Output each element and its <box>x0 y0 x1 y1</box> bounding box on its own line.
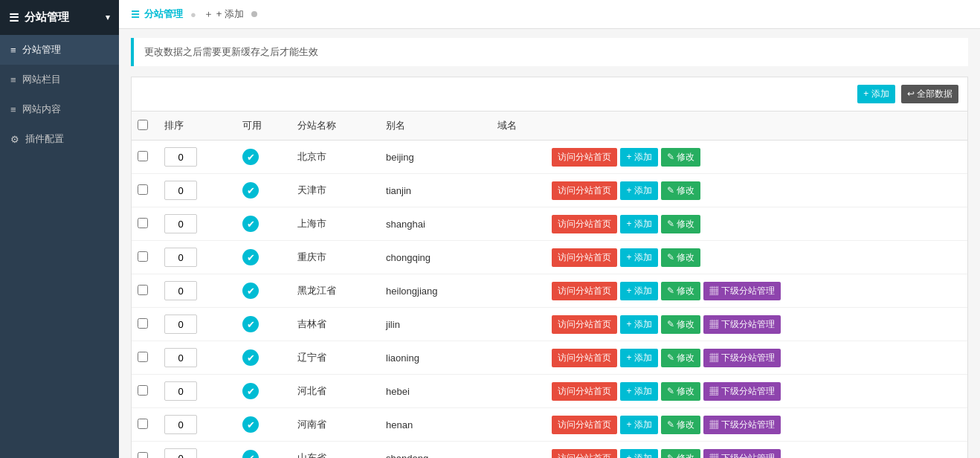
visit-site-button[interactable]: 访问分站首页 <box>552 315 617 334</box>
row-add-button[interactable]: + 添加 <box>620 349 657 367</box>
row-checkbox[interactable] <box>138 218 148 228</box>
row-add-button[interactable]: + 添加 <box>620 315 657 334</box>
row-checkbox[interactable] <box>138 251 148 262</box>
sidebar-item-site-content[interactable]: ≡网站内容 <box>0 94 119 124</box>
row-checkbox[interactable] <box>138 184 148 195</box>
row-add-button[interactable]: + 添加 <box>620 416 657 434</box>
topbar-dot <box>251 11 257 17</box>
sub-manage-button[interactable]: ▦ 下级分站管理 <box>703 349 780 367</box>
add-button[interactable]: + 添加 <box>857 85 894 103</box>
row-checkbox[interactable] <box>138 385 148 396</box>
row-checkbox[interactable] <box>138 151 148 161</box>
site-alias: beijing <box>380 141 491 174</box>
sub-manage-button[interactable]: ▦ 下级分站管理 <box>703 315 780 334</box>
site-domain <box>491 241 547 274</box>
row-add-button[interactable]: + 添加 <box>620 148 657 167</box>
site-alias: chongqing <box>380 241 491 274</box>
row-add-button[interactable]: + 添加 <box>620 382 657 401</box>
visit-site-button[interactable]: 访问分站首页 <box>552 282 617 300</box>
sidebar-item-plugin-config[interactable]: ⚙插件配置 <box>0 124 119 154</box>
row-edit-button[interactable]: ✎ 修改 <box>661 315 700 334</box>
topbar-add-label: + 添加 <box>216 7 244 21</box>
row-checkbox[interactable] <box>138 352 148 362</box>
order-input[interactable] <box>164 147 197 167</box>
row-edit-button[interactable]: ✎ 修改 <box>661 248 700 267</box>
menu-icon: ⚙ <box>10 134 19 145</box>
site-name: 天津市 <box>291 174 380 207</box>
row-add-button[interactable]: + 添加 <box>620 215 657 233</box>
row-add-button[interactable]: + 添加 <box>620 181 657 200</box>
order-input[interactable] <box>164 448 197 458</box>
topbar-icon: ☰ <box>131 9 140 20</box>
table-row: ✔北京市beijing 访问分站首页 + 添加 ✎ 修改 <box>132 141 967 174</box>
row-edit-button[interactable]: ✎ 修改 <box>661 382 700 401</box>
site-alias: heilongjiang <box>380 274 491 308</box>
chevron-down-icon: ▾ <box>106 13 110 22</box>
sub-manage-button[interactable]: ▦ 下级分站管理 <box>703 416 780 434</box>
order-input[interactable] <box>164 381 197 401</box>
sidebar-item-subsite-manage[interactable]: ≡分站管理 <box>0 35 119 65</box>
order-input[interactable] <box>164 181 197 200</box>
select-all-checkbox[interactable] <box>138 120 148 130</box>
sidebar-menu: ≡分站管理≡网站栏目≡网站内容⚙插件配置 <box>0 35 119 154</box>
table-row: ✔上海市shanghai 访问分站首页 + 添加 ✎ 修改 <box>132 207 967 241</box>
order-input[interactable] <box>164 214 197 233</box>
visit-site-button[interactable]: 访问分站首页 <box>552 248 617 267</box>
menu-label: 分站管理 <box>22 43 61 57</box>
sub-manage-button[interactable]: ▦ 下级分站管理 <box>703 282 780 300</box>
visit-site-button[interactable]: 访问分站首页 <box>552 449 617 459</box>
sidebar-header[interactable]: ☰ 分站管理 ▾ <box>0 0 119 35</box>
order-input[interactable] <box>164 315 197 334</box>
order-input[interactable] <box>164 281 197 300</box>
row-add-button[interactable]: + 添加 <box>620 282 657 300</box>
sub-manage-button[interactable]: ▦ 下级分站管理 <box>703 382 780 401</box>
row-checkbox[interactable] <box>138 318 148 329</box>
enabled-icon: ✔ <box>242 283 259 299</box>
site-domain <box>491 442 547 459</box>
row-add-button[interactable]: + 添加 <box>620 248 657 267</box>
visit-site-button[interactable]: 访问分站首页 <box>552 148 617 167</box>
site-domain <box>491 408 547 442</box>
visit-site-button[interactable]: 访问分站首页 <box>552 181 617 200</box>
all-data-button[interactable]: ↩ 全部数据 <box>901 85 958 103</box>
table-row: ✔天津市tianjin 访问分站首页 + 添加 ✎ 修改 <box>132 174 967 207</box>
order-input[interactable] <box>164 415 197 434</box>
notice-bar: 更改数据之后需要更新缓存之后才能生效 <box>131 38 968 66</box>
site-name: 北京市 <box>291 141 380 174</box>
row-edit-button[interactable]: ✎ 修改 <box>661 282 700 300</box>
order-input[interactable] <box>164 248 197 267</box>
menu-label: 网站栏目 <box>22 73 61 86</box>
sidebar-item-site-category[interactable]: ≡网站栏目 <box>0 65 119 94</box>
visit-site-button[interactable]: 访问分站首页 <box>552 349 617 367</box>
topbar-add-button[interactable]: ＋ + 添加 <box>204 7 244 21</box>
order-input[interactable] <box>164 348 197 367</box>
row-edit-button[interactable]: ✎ 修改 <box>661 449 700 459</box>
enabled-icon: ✔ <box>242 450 259 458</box>
row-checkbox[interactable] <box>138 419 148 429</box>
table-row: ✔重庆市chongqing 访问分站首页 + 添加 ✎ 修改 <box>132 241 967 274</box>
row-edit-button[interactable]: ✎ 修改 <box>661 416 700 434</box>
sub-manage-button[interactable]: ▦ 下级分站管理 <box>703 449 780 459</box>
site-name: 河南省 <box>291 408 380 442</box>
enabled-icon: ✔ <box>242 249 259 265</box>
sidebar-header-title: 分站管理 <box>25 10 69 25</box>
row-checkbox[interactable] <box>138 452 148 459</box>
topbar-add-icon: ＋ <box>204 7 213 21</box>
site-alias: tianjin <box>380 174 491 207</box>
row-add-button[interactable]: + 添加 <box>620 449 657 459</box>
visit-site-button[interactable]: 访问分站首页 <box>552 416 617 434</box>
topbar-title-text: 分站管理 <box>144 7 183 21</box>
row-edit-button[interactable]: ✎ 修改 <box>661 215 700 233</box>
visit-site-button[interactable]: 访问分站首页 <box>552 382 617 401</box>
row-edit-button[interactable]: ✎ 修改 <box>661 181 700 200</box>
visit-site-button[interactable]: 访问分站首页 <box>552 215 617 233</box>
site-domain <box>491 308 547 341</box>
data-table: 排序 可用 分站名称 别名 域名 ✔北京市beijing 访问分站首页 + 添加… <box>132 112 967 458</box>
menu-icon: ≡ <box>10 74 16 86</box>
row-edit-button[interactable]: ✎ 修改 <box>661 349 700 367</box>
site-name: 上海市 <box>291 207 380 241</box>
row-actions: 访问分站首页 + 添加 ✎ 修改 <box>552 215 961 233</box>
row-edit-button[interactable]: ✎ 修改 <box>661 148 700 167</box>
row-checkbox[interactable] <box>138 285 148 295</box>
col-actions <box>546 112 967 141</box>
